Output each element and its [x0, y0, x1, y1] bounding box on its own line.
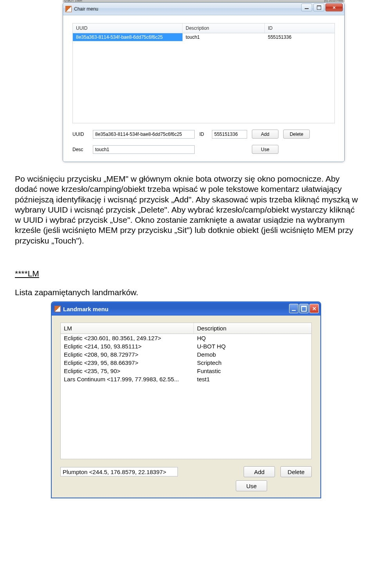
app-icon [54, 306, 61, 312]
delete-button[interactable]: Delete [280, 466, 312, 477]
chair-list-row[interactable]: 8e35a363-8114-534f-bae8-6dd75c6f6c25 tou… [73, 33, 334, 41]
chair-menu-title: Chair menu [74, 6, 98, 12]
add-button[interactable]: Add [244, 466, 275, 477]
bg-left: U-BOT 158R [64, 0, 82, 2]
id-input[interactable] [212, 130, 247, 139]
row-lm[interactable]: Ecliptic <208, 90, 88.72977> [61, 350, 194, 359]
row-description[interactable]: touch1 [183, 33, 265, 41]
maximize-button[interactable] [313, 4, 324, 11]
id-label: ID [199, 132, 207, 137]
row-description[interactable]: HQ [194, 334, 311, 342]
row-lm[interactable]: Ecliptic <235, 75, 90> [61, 367, 194, 375]
desc-input[interactable] [93, 145, 195, 154]
landmark-list-row[interactable]: Ecliptic <230.601, 80.3561, 249.127>HQ [61, 334, 311, 342]
col-id[interactable]: ID [265, 23, 334, 33]
landmark-list-row[interactable]: Ecliptic <208, 90, 88.72977>Demob [61, 350, 311, 359]
add-button[interactable]: Add [252, 130, 278, 139]
row-lm[interactable]: Ecliptic <230.601, 80.3561, 249.127> [61, 334, 194, 342]
col-uuid[interactable]: UUID [73, 23, 183, 33]
app-icon [65, 6, 72, 12]
landmark-list-header: LM Description [60, 323, 312, 334]
row-lm[interactable]: Ecliptic <214, 150, 93.85111> [61, 342, 194, 350]
minimize-button[interactable] [301, 4, 312, 11]
desc-label: Desc [72, 147, 88, 152]
chair-menu-titlebar[interactable]: Chair menu [63, 3, 344, 15]
delete-button[interactable]: Delete [283, 130, 310, 139]
chair-list-body[interactable]: 8e35a363-8114-534f-bae8-6dd75c6f6c25 tou… [72, 33, 335, 123]
row-id[interactable]: 555151336 [265, 33, 334, 41]
minimize-button[interactable] [289, 304, 298, 313]
bg-right: (c) 2010 Felis [324, 0, 343, 2]
col-description[interactable]: Description [194, 323, 311, 334]
maximize-button[interactable] [299, 304, 309, 313]
row-description[interactable]: Scriptech [194, 359, 311, 367]
chair-list-header: UUID Description ID [72, 23, 335, 33]
instruction-paragraph: Po wciśnięciu przycisku „MEM" w głównym … [0, 170, 376, 258]
landmark-list-row[interactable]: Ecliptic <214, 150, 93.85111>U-BOT HQ [61, 342, 311, 350]
chair-menu-window: Chair menu UUID Description ID 8e35a363-… [63, 2, 345, 162]
use-button[interactable]: Use [236, 480, 267, 491]
row-description[interactable]: test1 [194, 375, 311, 383]
landmark-titlebar[interactable]: Landmark menu [52, 302, 320, 316]
col-description[interactable]: Description [183, 23, 265, 33]
row-description[interactable]: Funtastic [194, 367, 311, 375]
landmark-menu-window: Landmark menu LM Description Ecliptic <2… [51, 301, 321, 498]
row-uuid[interactable]: 8e35a363-8114-534f-bae8-6dd75c6f6c25 [73, 33, 183, 41]
close-button[interactable] [325, 4, 343, 11]
landmark-input[interactable] [60, 467, 178, 476]
uuid-input[interactable] [93, 130, 195, 139]
row-lm[interactable]: Lars Continuum <117.999, 77.9983, 62.55.… [61, 375, 194, 383]
landmark-list-row[interactable]: Lars Continuum <117.999, 77.9983, 62.55.… [61, 375, 311, 383]
lm-heading: ****LM [15, 269, 361, 279]
row-description[interactable]: U-BOT HQ [194, 342, 311, 350]
col-lm[interactable]: LM [61, 323, 194, 334]
row-lm[interactable]: Ecliptic <239, 95, 88.66397> [61, 359, 194, 367]
uuid-label: UUID [72, 132, 88, 137]
landmark-title: Landmark menu [63, 306, 108, 312]
landmark-list-row[interactable]: Ecliptic <235, 75, 90>Funtastic [61, 367, 311, 375]
close-button[interactable] [309, 304, 319, 313]
use-button[interactable]: Use [252, 145, 278, 154]
landmark-list-row[interactable]: Ecliptic <239, 95, 88.66397>Scriptech [61, 359, 311, 367]
row-description[interactable]: Demob [194, 350, 311, 359]
landmark-list-body[interactable]: Ecliptic <230.601, 80.3561, 249.127>HQEc… [60, 334, 312, 459]
lm-intro: Lista zapamiętanych landmarków. [15, 287, 361, 298]
